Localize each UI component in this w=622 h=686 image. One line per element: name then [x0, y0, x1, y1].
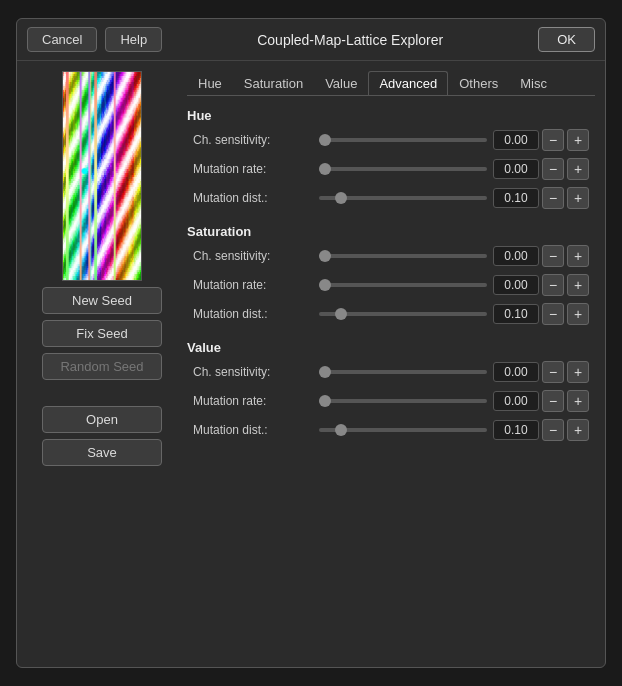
hue-mutation-dist-value: 0.10	[493, 188, 539, 208]
hue-mutation-rate-row: Mutation rate: 0.00 − +	[187, 156, 595, 182]
tab-advanced[interactable]: Advanced	[368, 71, 448, 95]
hue-mutation-dist-slider-wrap	[319, 190, 487, 206]
val-mutation-rate-slider-wrap	[319, 393, 487, 409]
val-mutation-rate-row: Mutation rate: 0.00 − +	[187, 388, 595, 414]
tab-others[interactable]: Others	[448, 71, 509, 95]
hue-mutation-dist-label: Mutation dist.:	[193, 191, 313, 205]
val-mutation-rate-value: 0.00	[493, 391, 539, 411]
val-mutation-dist-label: Mutation dist.:	[193, 423, 313, 437]
saturation-section-title: Saturation	[187, 224, 595, 239]
val-ch-sensitivity-slider-wrap	[319, 364, 487, 380]
hue-section-title: Hue	[187, 108, 595, 123]
value-section: Value Ch. sensitivity: 0.00 − + Mutation…	[187, 334, 595, 446]
val-mutation-dist-value: 0.10	[493, 420, 539, 440]
sat-mutation-rate-slider-wrap	[319, 277, 487, 293]
sat-ch-sensitivity-row: Ch. sensitivity: 0.00 − +	[187, 243, 595, 269]
fix-seed-button[interactable]: Fix Seed	[42, 320, 162, 347]
right-panel: Hue Saturation Value Advanced Others Mis…	[187, 71, 595, 657]
hue-mutation-rate-label: Mutation rate:	[193, 162, 313, 176]
hue-ch-sensitivity-plus[interactable]: +	[567, 129, 589, 151]
hue-mutation-dist-plus[interactable]: +	[567, 187, 589, 209]
sat-mutation-rate-slider[interactable]	[319, 283, 487, 287]
hue-mutation-dist-row: Mutation dist.: 0.10 − +	[187, 185, 595, 211]
tab-saturation[interactable]: Saturation	[233, 71, 314, 95]
hue-mutation-dist-slider[interactable]	[319, 196, 487, 200]
sat-mutation-dist-label: Mutation dist.:	[193, 307, 313, 321]
val-ch-sensitivity-plus[interactable]: +	[567, 361, 589, 383]
content-area: New Seed Fix Seed Random Seed Open Save …	[17, 61, 605, 667]
tab-value[interactable]: Value	[314, 71, 368, 95]
val-ch-sensitivity-slider[interactable]	[319, 370, 487, 374]
hue-mutation-dist-minus[interactable]: −	[542, 187, 564, 209]
sat-mutation-dist-slider[interactable]	[319, 312, 487, 316]
tab-bar: Hue Saturation Value Advanced Others Mis…	[187, 71, 595, 96]
sat-ch-sensitivity-slider[interactable]	[319, 254, 487, 258]
hue-mutation-rate-slider-wrap	[319, 161, 487, 177]
hue-mutation-rate-plus[interactable]: +	[567, 158, 589, 180]
left-panel: New Seed Fix Seed Random Seed Open Save	[27, 71, 177, 657]
val-ch-sensitivity-value: 0.00	[493, 362, 539, 382]
sat-mutation-rate-minus[interactable]: −	[542, 274, 564, 296]
title-bar: Cancel Help Coupled-Map-Lattice Explorer…	[17, 19, 605, 61]
sat-mutation-dist-minus[interactable]: −	[542, 303, 564, 325]
random-seed-button[interactable]: Random Seed	[42, 353, 162, 380]
val-mutation-rate-plus[interactable]: +	[567, 390, 589, 412]
preview-canvas	[62, 71, 142, 281]
tab-hue[interactable]: Hue	[187, 71, 233, 95]
new-seed-button[interactable]: New Seed	[42, 287, 162, 314]
sat-ch-sensitivity-plus[interactable]: +	[567, 245, 589, 267]
val-ch-sensitivity-minus[interactable]: −	[542, 361, 564, 383]
sat-mutation-rate-row: Mutation rate: 0.00 − +	[187, 272, 595, 298]
tab-misc[interactable]: Misc	[509, 71, 558, 95]
hue-mutation-rate-minus[interactable]: −	[542, 158, 564, 180]
sat-ch-sensitivity-slider-wrap	[319, 248, 487, 264]
hue-ch-sensitivity-label: Ch. sensitivity:	[193, 133, 313, 147]
hue-section: Hue Ch. sensitivity: 0.00 − + Mutation r…	[187, 102, 595, 214]
val-mutation-dist-plus[interactable]: +	[567, 419, 589, 441]
save-button[interactable]: Save	[42, 439, 162, 466]
sat-mutation-dist-plus[interactable]: +	[567, 303, 589, 325]
help-button[interactable]: Help	[105, 27, 162, 52]
sat-mutation-dist-row: Mutation dist.: 0.10 − +	[187, 301, 595, 327]
sat-mutation-dist-value: 0.10	[493, 304, 539, 324]
val-mutation-rate-minus[interactable]: −	[542, 390, 564, 412]
val-mutation-dist-row: Mutation dist.: 0.10 − +	[187, 417, 595, 443]
sat-ch-sensitivity-value: 0.00	[493, 246, 539, 266]
val-mutation-dist-slider[interactable]	[319, 428, 487, 432]
sat-ch-sensitivity-minus[interactable]: −	[542, 245, 564, 267]
val-ch-sensitivity-label: Ch. sensitivity:	[193, 365, 313, 379]
ok-button[interactable]: OK	[538, 27, 595, 52]
hue-ch-sensitivity-value: 0.00	[493, 130, 539, 150]
sat-mutation-rate-plus[interactable]: +	[567, 274, 589, 296]
value-section-title: Value	[187, 340, 595, 355]
main-dialog: Cancel Help Coupled-Map-Lattice Explorer…	[16, 18, 606, 668]
val-mutation-rate-slider[interactable]	[319, 399, 487, 403]
hue-ch-sensitivity-minus[interactable]: −	[542, 129, 564, 151]
val-ch-sensitivity-row: Ch. sensitivity: 0.00 − +	[187, 359, 595, 385]
hue-mutation-rate-value: 0.00	[493, 159, 539, 179]
hue-ch-sensitivity-row: Ch. sensitivity: 0.00 − +	[187, 127, 595, 153]
sat-mutation-rate-label: Mutation rate:	[193, 278, 313, 292]
dialog-title: Coupled-Map-Lattice Explorer	[170, 32, 530, 48]
hue-ch-sensitivity-slider[interactable]	[319, 138, 487, 142]
hue-ch-sensitivity-slider-wrap	[319, 132, 487, 148]
open-button[interactable]: Open	[42, 406, 162, 433]
sat-mutation-rate-value: 0.00	[493, 275, 539, 295]
hue-mutation-rate-slider[interactable]	[319, 167, 487, 171]
sat-ch-sensitivity-label: Ch. sensitivity:	[193, 249, 313, 263]
saturation-section: Saturation Ch. sensitivity: 0.00 − + Mut…	[187, 218, 595, 330]
val-mutation-dist-minus[interactable]: −	[542, 419, 564, 441]
val-mutation-dist-slider-wrap	[319, 422, 487, 438]
val-mutation-rate-label: Mutation rate:	[193, 394, 313, 408]
cancel-button[interactable]: Cancel	[27, 27, 97, 52]
sat-mutation-dist-slider-wrap	[319, 306, 487, 322]
